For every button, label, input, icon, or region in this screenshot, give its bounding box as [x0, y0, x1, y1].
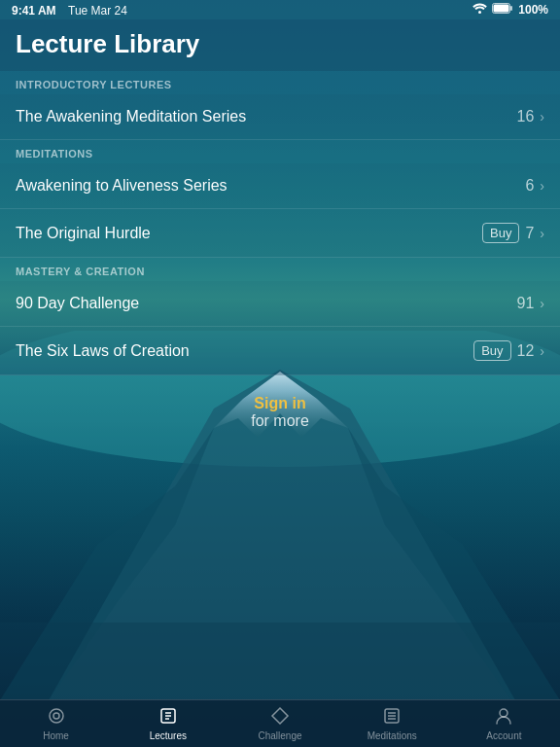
tab-home[interactable]: Home	[0, 700, 112, 747]
list-item-count: 16	[517, 108, 535, 125]
account-icon	[494, 706, 513, 729]
tab-label-challenge: Challenge	[258, 730, 301, 741]
section-header-meditations: MEDITATIONS	[0, 140, 560, 163]
tab-label-home: Home	[43, 730, 69, 741]
lecture-list: INTRODUCTORY LECTURESThe Awakening Medit…	[0, 71, 560, 375]
list-item-label: The Original Hurdle	[16, 225, 151, 242]
list-item-right: Buy7›	[482, 223, 544, 243]
section-header-mastery: MASTERY & CREATION	[0, 258, 560, 281]
list-item-90-day[interactable]: 90 Day Challenge91›	[0, 281, 560, 327]
status-indicators: 100%	[472, 3, 548, 17]
battery-percentage: 100%	[518, 3, 548, 17]
list-item-count: 91	[517, 295, 535, 312]
tab-bar: HomeLecturesChallengeMeditationsAccount	[0, 699, 560, 747]
list-item-count: 6	[525, 177, 534, 195]
svg-rect-5	[0, 622, 560, 700]
list-item-right: 91›	[517, 295, 544, 312]
list-item-right: Buy12›	[473, 340, 544, 361]
list-item-label: The Awakening Meditation Series	[16, 108, 246, 125]
list-item-count: 12	[517, 342, 535, 360]
status-time: 9:41 AM Tue Mar 24	[12, 1, 127, 18]
buy-badge[interactable]: Buy	[482, 223, 519, 243]
chevron-right-icon: ›	[540, 343, 544, 359]
svg-rect-9	[494, 5, 509, 13]
sign-in-link[interactable]: Sign in	[19, 395, 541, 412]
svg-point-10	[50, 709, 63, 723]
meditations-icon	[382, 706, 402, 729]
tab-label-account: Account	[486, 730, 521, 741]
page-header: Lecture Library	[0, 19, 560, 71]
svg-marker-16	[272, 708, 288, 724]
svg-rect-8	[510, 6, 512, 11]
chevron-right-icon: ›	[540, 296, 544, 311]
tab-meditations[interactable]: Meditations	[336, 700, 448, 747]
tab-lectures[interactable]: Lectures	[112, 700, 224, 747]
list-item-count: 7	[525, 225, 534, 242]
tab-label-meditations: Meditations	[368, 730, 417, 741]
section-header-introductory: INTRODUCTORY LECTURES	[0, 71, 560, 94]
chevron-right-icon: ›	[540, 109, 544, 124]
status-bar: 9:41 AM Tue Mar 24 100%	[0, 0, 560, 19]
list-item-right: 6›	[525, 177, 544, 195]
battery-icon	[492, 3, 513, 17]
list-item-label: The Six Laws of Creation	[16, 342, 190, 360]
chevron-right-icon: ›	[540, 178, 544, 194]
sign-in-sub: for more	[251, 412, 309, 429]
chevron-right-icon: ›	[540, 226, 544, 241]
buy-badge[interactable]: Buy	[473, 340, 510, 361]
page-title: Lecture Library	[16, 29, 544, 59]
list-item-awakening-aliveness[interactable]: Awakening to Aliveness Series6›	[0, 163, 560, 209]
challenge-icon	[270, 706, 290, 729]
list-item-awakening-meditation[interactable]: The Awakening Meditation Series16›	[0, 94, 560, 140]
list-item-label: Awakening to Aliveness Series	[16, 177, 228, 195]
tab-label-lectures: Lectures	[150, 730, 187, 741]
svg-point-6	[478, 11, 481, 14]
wifi-icon	[472, 3, 487, 17]
list-item-right: 16›	[517, 108, 544, 125]
tab-account[interactable]: Account	[448, 700, 560, 747]
home-icon	[47, 706, 66, 729]
list-item-label: 90 Day Challenge	[16, 295, 139, 312]
list-item-six-laws[interactable]: The Six Laws of CreationBuy12›	[0, 327, 560, 375]
svg-point-21	[500, 709, 508, 717]
list-item-original-hurdle[interactable]: The Original HurdleBuy7›	[0, 209, 560, 258]
svg-point-11	[53, 713, 59, 719]
sign-in-area: Sign in for more	[0, 375, 560, 449]
lectures-icon	[158, 706, 178, 729]
tab-challenge[interactable]: Challenge	[224, 700, 335, 747]
